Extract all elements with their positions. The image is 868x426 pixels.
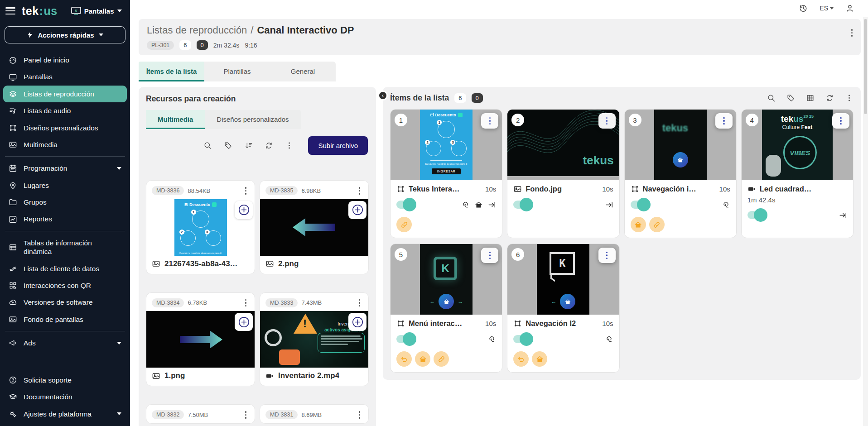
resources-tab-0[interactable]: Multimedia — [146, 110, 205, 129]
tab-0[interactable]: Ítems de la lista — [139, 62, 204, 81]
sidebar-item-multimedia[interactable]: Multimedia — [3, 136, 127, 153]
sidebar-item-interacciones-qr[interactable]: Interacciones con QR — [3, 277, 127, 294]
header-kebab-icon[interactable] — [849, 27, 856, 38]
item-home-badge[interactable] — [532, 351, 547, 367]
frame-icon — [396, 185, 405, 193]
item-thumbnail[interactable]: 3 tekus — [625, 110, 736, 180]
interaction-icon[interactable] — [722, 201, 730, 209]
media-kebab-icon[interactable] — [242, 297, 250, 309]
interaction-icon[interactable] — [605, 335, 613, 344]
item-link-badge[interactable] — [649, 217, 665, 232]
media-thumbnail[interactable]: El Descuento 1 2 3 Descubre nuestros des… — [146, 199, 255, 256]
add-to-list-button[interactable] — [235, 201, 253, 219]
skip-end-icon[interactable] — [839, 211, 847, 220]
collapse-panel-button[interactable]: ‹ — [378, 91, 388, 101]
media-kebab-icon[interactable] — [356, 409, 363, 421]
upload-file-button[interactable]: Subir archivo — [308, 136, 368, 155]
context-selector[interactable]: K Pantallas — [71, 7, 122, 15]
sidebar-item-listas-de-audio[interactable]: Listas de audio — [3, 102, 127, 119]
tag-icon[interactable] — [224, 141, 232, 150]
sidebar-item-disenos-personalizados[interactable]: Diseños personalizados — [3, 120, 127, 136]
sidebar-item-panel-de-inicio[interactable]: Panel de inicio — [3, 52, 127, 68]
item-home-badge[interactable] — [631, 217, 646, 232]
search-icon[interactable] — [767, 94, 776, 102]
media-kebab-icon[interactable] — [242, 185, 250, 196]
tab-1[interactable]: Plantillas — [204, 62, 270, 81]
sidebar-item-tablas-informacion-dinamica[interactable]: Tablas de información dinámica — [3, 235, 127, 260]
sync-icon[interactable] — [825, 94, 834, 102]
item-thumbnail[interactable]: 5 K ←→ — [391, 244, 502, 315]
sidebar-item-ajustes-plataforma[interactable]: Ajustes de plataforma — [3, 406, 127, 422]
sidebar-item-versiones-software[interactable]: Versiones de software — [3, 294, 127, 311]
add-to-list-button[interactable] — [348, 313, 366, 331]
audio-list-icon — [9, 106, 17, 115]
interaction-icon[interactable] — [487, 335, 496, 344]
sidebar-item-documentacion[interactable]: Documentación — [3, 388, 127, 405]
interaction-icon[interactable] — [461, 201, 470, 209]
tab-2[interactable]: General — [270, 62, 336, 81]
sidebar-item-listas-de-reproduccion[interactable]: Listas de reproducción — [3, 86, 127, 102]
kebab-icon[interactable] — [845, 94, 854, 102]
resources-toolbar: Subir archivo — [146, 136, 369, 155]
item-kebab-icon[interactable] — [715, 113, 733, 129]
media-thumbnail[interactable]: Inventario deactivos asignados — [260, 311, 368, 368]
user-icon[interactable] — [845, 4, 854, 13]
item-thumbnail[interactable]: 2 tekus — [507, 110, 619, 180]
item-link-badge[interactable] — [434, 351, 449, 367]
item-order-badge: 5 — [395, 248, 407, 261]
add-to-list-button[interactable] — [235, 313, 253, 331]
hamburger-menu-icon[interactable] — [5, 7, 15, 14]
sidebar-item-lista-cliente-datos[interactable]: Lista de cliente de datos — [3, 260, 127, 277]
media-kebab-icon[interactable] — [356, 185, 363, 196]
item-thumbnail[interactable]: 1 El Descuento 1 2 3 Descubre nuestros d… — [391, 110, 502, 180]
item-undo-badge[interactable] — [396, 351, 412, 367]
tag-icon[interactable] — [786, 94, 795, 102]
item-home-badge[interactable] — [415, 351, 430, 367]
media-kebab-icon[interactable] — [356, 297, 363, 309]
sync-icon[interactable] — [265, 141, 273, 150]
sidebar-item-pantallas[interactable]: Pantallas — [3, 68, 127, 85]
add-to-list-button[interactable] — [348, 201, 366, 219]
sidebar-item-grupos[interactable]: Grupos — [3, 194, 127, 211]
resources-tab-1[interactable]: Diseños personalizados — [205, 110, 300, 129]
item-kebab-icon[interactable] — [598, 248, 616, 263]
pin-icon — [9, 181, 17, 190]
table-grid-icon[interactable] — [806, 94, 815, 102]
sidebar-item-label: Listas de reproducción — [24, 90, 121, 98]
sidebar-item-lugares[interactable]: Lugares — [3, 177, 127, 194]
item-thumbnail[interactable]: 6 K ← — [507, 244, 619, 315]
media-thumbnail[interactable] — [260, 199, 368, 256]
item-enabled-toggle[interactable] — [631, 201, 650, 209]
item-undo-badge[interactable] — [513, 351, 529, 367]
home-icon[interactable] — [474, 201, 483, 209]
item-kebab-icon[interactable] — [832, 113, 849, 129]
breadcrumb-parent[interactable]: Listas de reproducción — [147, 24, 247, 36]
scrollbar[interactable] — [863, 17, 868, 426]
item-kebab-icon[interactable] — [598, 113, 616, 129]
sidebar-item-reportes[interactable]: Reportes — [3, 211, 127, 227]
sidebar-item-programacion[interactable]: Programación — [3, 160, 127, 177]
item-enabled-toggle[interactable] — [513, 335, 532, 343]
sidebar-item-solicita-soporte[interactable]: Solicita soporte — [3, 372, 127, 388]
item-enabled-toggle[interactable] — [513, 201, 532, 209]
sidebar-item-fondo-pantallas[interactable]: Fondo de pantallas — [3, 311, 127, 328]
scrollbar-thumb[interactable] — [864, 19, 867, 114]
item-link-badge[interactable] — [396, 217, 412, 232]
media-thumbnail[interactable] — [146, 311, 255, 368]
item-kebab-icon[interactable] — [481, 248, 498, 263]
skip-end-icon[interactable] — [605, 201, 613, 209]
media-kebab-icon[interactable] — [242, 409, 250, 421]
language-selector[interactable]: ES — [820, 5, 834, 12]
skip-end-icon[interactable] — [487, 201, 496, 209]
item-kebab-icon[interactable] — [481, 113, 498, 129]
item-thumbnail[interactable]: 4 tekus20 25 Culture Fest VIBES — [742, 110, 853, 180]
history-icon[interactable] — [799, 4, 808, 13]
sidebar-item-ads[interactable]: Ads — [3, 335, 127, 351]
search-icon[interactable] — [203, 141, 212, 150]
item-enabled-toggle[interactable] — [396, 201, 415, 209]
item-enabled-toggle[interactable] — [747, 211, 767, 219]
sort-icon[interactable] — [244, 141, 253, 150]
item-enabled-toggle[interactable] — [396, 335, 415, 343]
kebab-icon[interactable] — [285, 141, 294, 150]
quick-actions-button[interactable]: Acciones rápidas — [5, 26, 125, 43]
